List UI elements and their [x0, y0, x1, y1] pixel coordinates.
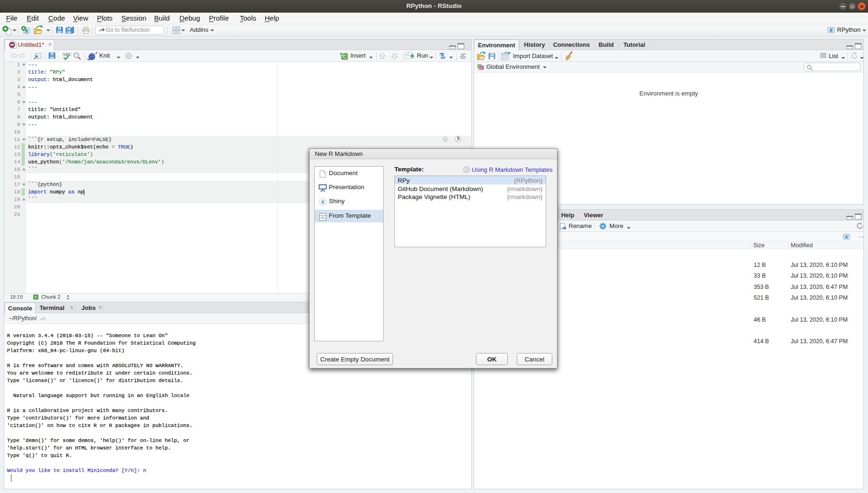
svg-text:C: C	[343, 54, 346, 59]
svg-text:R: R	[320, 199, 324, 205]
svg-text:?: ?	[465, 168, 467, 172]
svg-text:R: R	[845, 235, 848, 239]
svg-text:R: R	[829, 28, 833, 33]
